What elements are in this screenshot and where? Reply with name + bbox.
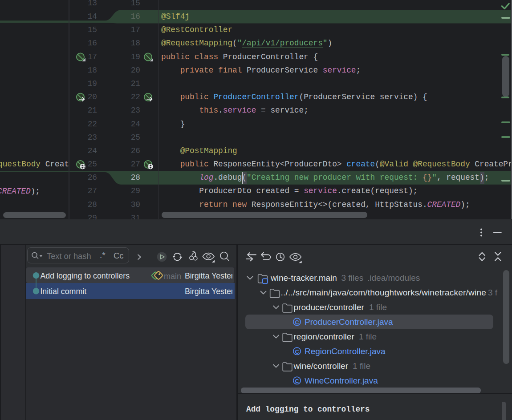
svg-text:C: C: [295, 319, 299, 326]
svg-text:C: C: [295, 349, 299, 355]
svg-text:C: C: [295, 378, 299, 384]
